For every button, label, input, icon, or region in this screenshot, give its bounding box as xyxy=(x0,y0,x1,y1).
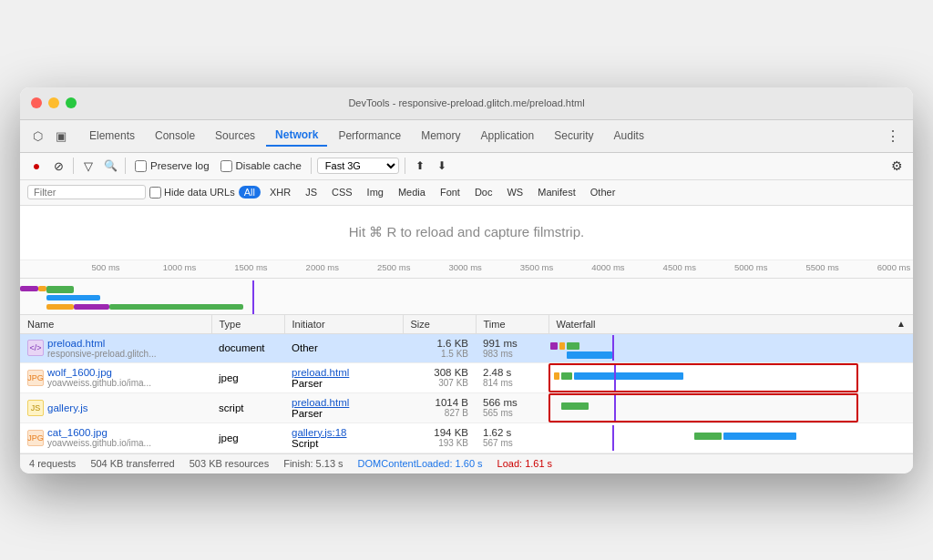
hide-data-urls-label[interactable]: Hide data URLs xyxy=(149,187,235,199)
cell-type-cat: jpeg xyxy=(211,423,284,453)
tick-2000: 2000 ms xyxy=(306,262,339,272)
status-resources: 503 KB resources xyxy=(190,458,269,469)
maximize-button[interactable] xyxy=(66,97,77,108)
tab-audits[interactable]: Audits xyxy=(605,126,653,146)
header-time[interactable]: Time xyxy=(476,315,549,334)
filename-cat: cat_1600.jpg xyxy=(47,427,151,438)
bar-wolf-3 xyxy=(109,304,243,310)
record-button[interactable]: ● xyxy=(27,157,46,175)
initiator-link-cat[interactable]: gallery.js:18 xyxy=(292,427,395,438)
cell-type-preload: document xyxy=(211,333,284,362)
filmstrip-text: Hit ⌘ R to reload and capture filmstrip. xyxy=(349,224,584,240)
filter-type-media[interactable]: Media xyxy=(393,186,431,199)
status-requests: 4 requests xyxy=(29,458,76,469)
filter-type-other[interactable]: Other xyxy=(585,186,621,199)
filename-wolf: wolf_1600.jpg xyxy=(47,367,151,378)
icon-jpg-cat: JPG xyxy=(27,430,44,446)
bar-wolf-2 xyxy=(74,304,109,310)
tab-performance[interactable]: Performance xyxy=(329,126,410,146)
tab-security[interactable]: Security xyxy=(545,126,602,146)
download-button[interactable]: ⬇ xyxy=(433,157,451,175)
network-table-area: Name Type Initiator Size Time Waterfall … xyxy=(20,315,913,453)
upload-button[interactable]: ⬆ xyxy=(411,157,429,175)
table-row[interactable]: JPG wolf_1600.jpg yoavweiss.github.io/im… xyxy=(20,362,913,392)
bar-preload-blue xyxy=(46,295,100,300)
timeline-ruler: 500 ms 1000 ms 1500 ms 2000 ms 2500 ms 3… xyxy=(20,260,913,279)
header-size[interactable]: Size xyxy=(403,315,476,334)
tick-5000: 5000 ms xyxy=(734,262,767,272)
filter-type-doc[interactable]: Doc xyxy=(469,186,498,199)
header-waterfall[interactable]: Waterfall ▲ xyxy=(549,315,913,334)
header-type[interactable]: Type xyxy=(211,315,284,334)
preserve-log-label[interactable]: Preserve log xyxy=(131,160,213,172)
settings-button[interactable]: ⚙ xyxy=(887,157,906,175)
filename-cat-host: yoavweiss.github.io/ima... xyxy=(47,438,151,448)
cell-wf-preload xyxy=(549,333,913,362)
tab-console[interactable]: Console xyxy=(146,126,204,146)
wf-bar-receive xyxy=(567,351,612,359)
preserve-log-checkbox[interactable] xyxy=(135,160,147,172)
wf-wolf-blue xyxy=(574,372,683,380)
cell-size-cat: 194 KB 193 KB xyxy=(403,423,476,453)
tab-application[interactable]: Application xyxy=(471,126,543,146)
icon-jpg-wolf: JPG xyxy=(27,370,44,386)
icon-html: </> xyxy=(27,340,44,356)
stop-button[interactable]: ⊘ xyxy=(49,157,67,175)
table-row[interactable]: </> preload.html responsive-preload.glit… xyxy=(20,333,913,362)
cell-init-wolf: preload.html Parser xyxy=(284,362,403,392)
disable-cache-text: Disable cache xyxy=(236,160,302,171)
disable-cache-label[interactable]: Disable cache xyxy=(217,160,305,172)
search-button[interactable]: 🔍 xyxy=(101,157,119,175)
filter-button[interactable]: ▽ xyxy=(79,157,97,175)
filter-type-all[interactable]: All xyxy=(239,186,261,199)
filename-gallery: gallery.js xyxy=(47,402,88,413)
filter-type-font[interactable]: Font xyxy=(435,186,466,199)
minimize-button[interactable] xyxy=(48,97,59,108)
more-tabs-button[interactable]: ⋮ xyxy=(880,126,906,147)
tab-network[interactable]: Network xyxy=(266,125,327,147)
filter-type-ws[interactable]: WS xyxy=(501,186,528,199)
cell-type-wolf: jpeg xyxy=(211,362,284,392)
tab-memory[interactable]: Memory xyxy=(412,126,469,146)
status-load: Load: 1.61 s xyxy=(497,458,553,469)
close-button[interactable] xyxy=(31,97,42,108)
cell-name-wolf: JPG wolf_1600.jpg yoavweiss.github.io/im… xyxy=(20,362,211,392)
table-row[interactable]: JPG cat_1600.jpg yoavweiss.github.io/ima… xyxy=(20,423,913,453)
wf-bar-wait xyxy=(567,342,579,350)
tab-bar: ⬡ ▣ Elements Console Sources Network Per… xyxy=(20,120,913,153)
wf-cat-blue xyxy=(723,433,796,440)
header-initiator[interactable]: Initiator xyxy=(284,315,403,334)
cell-size-gallery: 1014 B 827 B xyxy=(403,392,476,423)
cell-init-cat: gallery.js:18 Script xyxy=(284,423,403,453)
tab-elements[interactable]: Elements xyxy=(80,126,144,146)
initiator-sub-wolf: Parser xyxy=(292,378,395,389)
wf-vline-gallery xyxy=(614,395,616,421)
cursor-icon[interactable]: ⬡ xyxy=(27,126,47,146)
filter-input[interactable] xyxy=(34,187,139,198)
hide-data-urls-checkbox[interactable] xyxy=(149,187,161,199)
cell-init-preload: Other xyxy=(284,333,403,362)
filter-type-img[interactable]: Img xyxy=(362,186,389,199)
initiator-link-gallery[interactable]: preload.html xyxy=(292,397,395,408)
wf-wolf-bars xyxy=(549,363,858,392)
throttle-select[interactable]: Fast 3G Slow 3G No throttling xyxy=(317,158,399,174)
filename-preload-host: responsive-preload.glitch... xyxy=(47,349,157,359)
bar-preload-dns xyxy=(20,286,38,291)
disable-cache-checkbox[interactable] xyxy=(220,160,232,172)
header-name[interactable]: Name xyxy=(20,315,211,334)
status-bar: 4 requests 504 KB transferred 503 KB res… xyxy=(20,453,913,473)
cell-time-cat: 1.62 s 567 ms xyxy=(476,423,549,453)
table-row[interactable]: JS gallery.js script preload.html Parser… xyxy=(20,392,913,423)
tick-5500: 5500 ms xyxy=(805,262,838,272)
filter-type-css[interactable]: CSS xyxy=(326,186,358,199)
wf-cat-bars xyxy=(549,425,858,451)
filter-type-manifest[interactable]: Manifest xyxy=(532,186,581,199)
filter-type-js[interactable]: JS xyxy=(300,186,323,199)
tab-sources[interactable]: Sources xyxy=(206,126,264,146)
traffic-lights xyxy=(31,97,77,108)
bar-wolf-1 xyxy=(46,304,73,310)
initiator-link-wolf[interactable]: preload.html xyxy=(292,367,395,378)
filter-type-xhr[interactable]: XHR xyxy=(264,186,296,199)
panel-icon[interactable]: ▣ xyxy=(51,126,71,146)
window-title: DevTools - responsive-preload.glitch.me/… xyxy=(348,97,584,108)
